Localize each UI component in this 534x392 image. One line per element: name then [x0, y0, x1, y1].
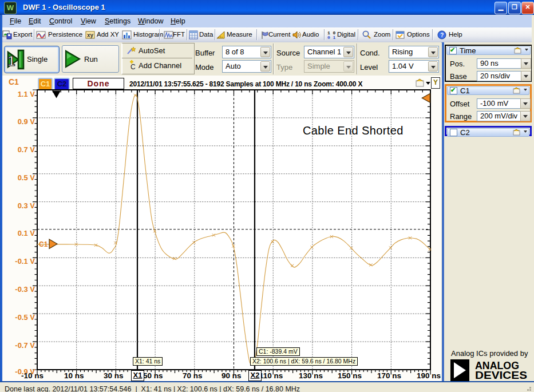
svg-text:C1: C1: [39, 240, 48, 248]
svg-text:1: 1: [7, 53, 15, 69]
svg-text:C: C: [130, 63, 136, 71]
svg-text:?: ?: [440, 32, 444, 38]
svg-text:DEVICES: DEVICES: [475, 369, 527, 381]
svg-text:xy: xy: [87, 32, 94, 38]
svg-text:0 1: 0 1: [327, 35, 336, 40]
